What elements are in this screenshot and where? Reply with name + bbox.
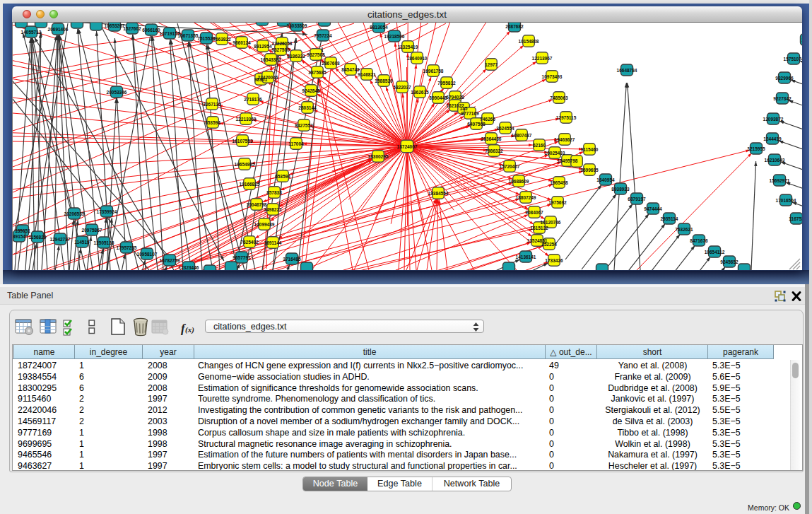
svg-text:9115460: 9115460 — [581, 147, 599, 152]
svg-text:1362615: 1362615 — [411, 90, 429, 95]
svg-text:9245652: 9245652 — [720, 259, 739, 264]
svg-text:16210643: 16210643 — [765, 158, 785, 163]
svg-text:10719155: 10719155 — [160, 31, 180, 36]
svg-text:8454749: 8454749 — [341, 67, 360, 72]
svg-text:9227342: 9227342 — [773, 96, 792, 101]
svg-text:18300295: 18300295 — [368, 154, 389, 159]
svg-text:9329966: 9329966 — [775, 76, 794, 81]
svg-text:18724007: 18724007 — [397, 144, 418, 149]
svg-text:9699695: 9699695 — [580, 168, 599, 173]
svg-text:9084067: 9084067 — [525, 210, 543, 215]
svg-text:19654985: 19654985 — [235, 162, 255, 167]
svg-text:2803144: 2803144 — [298, 105, 317, 110]
svg-text:12942737: 12942737 — [50, 237, 71, 242]
svg-text:17016504: 17016504 — [776, 198, 796, 203]
svg-text:6879197: 6879197 — [628, 197, 646, 201]
svg-text:1975692: 1975692 — [548, 200, 567, 205]
svg-text:12213369: 12213369 — [236, 117, 257, 122]
svg-text:8813054: 8813054 — [370, 25, 388, 30]
svg-text:1965498: 1965498 — [550, 180, 568, 185]
svg-text:19218506: 19218506 — [384, 34, 405, 39]
svg-text:19463627: 19463627 — [555, 137, 575, 142]
svg-text:1588520: 1588520 — [375, 78, 393, 83]
svg-text:20206535: 20206535 — [64, 211, 85, 216]
svg-text:20975867: 20975867 — [82, 228, 102, 233]
svg-text:6794028: 6794028 — [446, 95, 464, 100]
svg-text:135051: 135051 — [15, 228, 30, 233]
svg-text:3267130: 3267130 — [203, 102, 221, 107]
svg-text:857833: 857833 — [266, 190, 282, 195]
svg-text:9777169: 9777169 — [461, 111, 479, 116]
svg-text:7957224: 7957224 — [314, 33, 332, 38]
svg-text:8912954: 8912954 — [254, 44, 272, 49]
svg-text:16033809: 16033809 — [287, 23, 307, 28]
svg-text:12323446: 12323446 — [179, 265, 199, 270]
svg-text:10046798: 10046798 — [247, 202, 267, 207]
svg-text:5322037: 5322037 — [393, 85, 411, 90]
svg-text:17359924: 17359924 — [97, 209, 117, 214]
svg-text:17957255: 17957255 — [117, 245, 137, 250]
svg-text:3716485: 3716485 — [283, 257, 301, 262]
svg-text:10025433: 10025433 — [545, 151, 565, 156]
svg-text:2687682: 2687682 — [505, 24, 524, 29]
svg-text:3624554: 3624554 — [496, 126, 514, 131]
svg-text:15751074: 15751074 — [784, 57, 802, 62]
svg-text:8471676: 8471676 — [690, 238, 708, 243]
svg-text:10973493: 10973493 — [542, 74, 563, 79]
svg-text:9146821: 9146821 — [358, 72, 376, 77]
svg-text:10671355: 10671355 — [178, 33, 199, 38]
svg-text:16961758: 16961758 — [423, 69, 444, 74]
svg-text:16543382: 16543382 — [261, 57, 281, 62]
svg-text:653594: 653594 — [275, 174, 290, 179]
svg-text:10154808: 10154808 — [519, 39, 539, 44]
svg-text:23226058: 23226058 — [272, 41, 293, 46]
svg-text:3498222: 3498222 — [264, 207, 282, 212]
svg-text:117004: 117004 — [288, 141, 304, 146]
svg-text:20053346: 20053346 — [107, 90, 127, 95]
svg-text:9242848: 9242848 — [302, 88, 320, 93]
svg-text:1117: 1117 — [801, 37, 802, 42]
svg-text:1615132: 1615132 — [530, 226, 548, 230]
svg-text:9660124: 9660124 — [233, 40, 251, 45]
svg-text:15692971: 15692971 — [770, 178, 790, 183]
svg-text:2935114: 2935114 — [661, 216, 678, 221]
svg-text:12975115: 12975115 — [556, 115, 577, 120]
svg-text:19166825: 19166825 — [240, 182, 260, 187]
svg-text:16107553: 16107553 — [233, 139, 253, 144]
svg-text:20364436: 20364436 — [481, 136, 502, 141]
svg-text:14055713: 14055713 — [21, 30, 42, 35]
svg-text:8186323: 8186323 — [287, 54, 305, 59]
svg-text:11325419: 11325419 — [398, 45, 418, 49]
svg-text:6966160: 6966160 — [142, 28, 160, 33]
svg-text:10654112: 10654112 — [705, 250, 725, 255]
svg-text:2867608: 2867608 — [322, 61, 340, 66]
svg-text:746266: 746266 — [480, 117, 495, 122]
svg-text:1691144: 1691144 — [264, 240, 282, 245]
svg-text:12977: 12977 — [485, 62, 498, 67]
svg-text:114519: 114519 — [74, 240, 90, 245]
svg-text:23420046: 23420046 — [258, 75, 278, 80]
svg-text:116753: 116753 — [789, 216, 802, 221]
svg-text:7625402: 7625402 — [240, 240, 259, 245]
svg-text:15720407: 15720407 — [500, 164, 520, 169]
svg-text:3875685: 3875685 — [308, 70, 326, 75]
svg-text:1244419: 1244419 — [763, 136, 782, 141]
svg-text:7632621: 7632621 — [675, 227, 693, 232]
svg-text:8990448: 8990448 — [429, 95, 447, 100]
svg-text:14099489: 14099489 — [254, 222, 275, 227]
svg-text:12213967: 12213967 — [532, 56, 553, 61]
svg-text:(x): (x) — [185, 325, 194, 334]
svg-text:9327500: 9327500 — [271, 47, 290, 52]
svg-text:15495798: 15495798 — [558, 158, 578, 163]
svg-text:7986322: 7986322 — [485, 148, 503, 153]
svg-text:3215955: 3215955 — [747, 146, 765, 151]
svg-text:10653267: 10653267 — [105, 23, 125, 28]
svg-text:2718176: 2718176 — [244, 97, 262, 102]
svg-text:252254: 252254 — [541, 242, 557, 247]
svg-text:10120746: 10120746 — [541, 220, 561, 225]
svg-text:1156829: 1156829 — [29, 235, 47, 240]
svg-text:12505135: 12505135 — [94, 240, 114, 245]
svg-text:10958107: 10958107 — [137, 252, 158, 257]
svg-text:18807249: 18807249 — [516, 195, 536, 200]
svg-text:8427552: 8427552 — [295, 123, 313, 128]
